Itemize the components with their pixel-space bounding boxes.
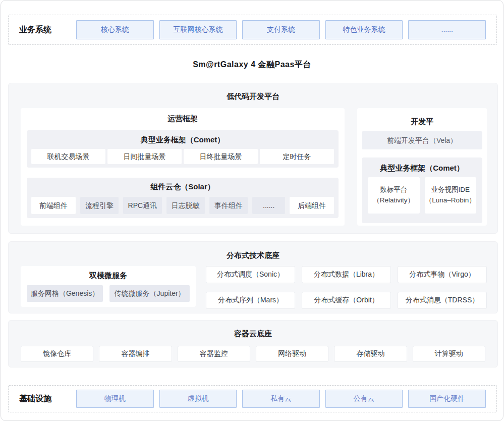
low-code-platform-section: 低代码开发平台 运营框架 典型业务框架（Comet） 联机交易场景 日间批量场景… (8, 83, 498, 234)
comet-title: 典型业务框架（Comet） (27, 130, 339, 145)
dev-comet-chip-row: 数标平台 （Relativity） 业务视图IDE （Luna–Robin） (362, 177, 482, 214)
comet-subpanel: 典型业务框架（Comet） 联机交易场景 日间批量场景 日终批量场景 定时任务 (27, 130, 339, 168)
image-registry-chip: 镜像仓库 (21, 346, 93, 362)
comet-chip-scheduled-task: 定时任务 (260, 149, 334, 164)
operation-framework-title: 运营框架 (21, 108, 345, 124)
architecture-diagram: 业务系统 核心系统 互联网核心系统 支付系统 特色业务系统 ...... Sm@… (1, 0, 503, 421)
genesis-chip: 服务网格（Genesis） (27, 285, 103, 302)
domestic-hardware-chip: 国产化硬件 (408, 390, 486, 408)
business-system-internet-core: 互联网核心系统 (159, 20, 237, 39)
relativity-chip-line1: 数标平台 (380, 185, 407, 195)
virgo-chip: 分布式事物（Virgo） (398, 266, 487, 283)
luna-robin-chip-line1: 业务视图IDE (431, 185, 470, 195)
operation-framework-panel: 运营框架 典型业务框架（Comet） 联机交易场景 日间批量场景 日终批量场景 … (21, 108, 345, 226)
distributed-base-section: 分布式技术底座 双模微服务 服务网格（Genesis） 传统微服务（Jupite… (8, 241, 498, 313)
business-systems-label: 业务系统 (19, 25, 62, 35)
solar-title: 组件云仓（Solar） (27, 178, 339, 192)
distributed-services-grid: 分布式调度（Sonic） 分布式数据（Libra） 分布式事物（Virgo） 分… (206, 266, 487, 309)
solar-chip-row: 前端组件 流程引擎 RPC通讯 日志脱敏 事件组件 ...... 后端组件 (27, 197, 339, 214)
dev-platform-title: 开发平 (357, 108, 487, 127)
comet-chip-online-trade: 联机交易场景 (31, 149, 105, 164)
container-base-section: 容器云底座 镜像仓库 容器编排 容器监控 网络驱动 存储驱动 计算驱动 (8, 320, 498, 367)
infrastructure-label: 基础设施 (19, 394, 62, 404)
network-driver-chip: 网络驱动 (256, 346, 328, 362)
luna-robin-chip: 业务视图IDE （Luna–Robin） (425, 177, 477, 214)
dev-comet-subpanel: 典型业务框架（Comet） 数标平台 （Relativity） 业务视图IDE … (362, 157, 482, 223)
luna-robin-chip-line2: （Luna–Robin） (425, 195, 476, 206)
business-system-more: ...... (408, 20, 486, 39)
solar-chip-process-engine: 流程引擎 (80, 197, 119, 214)
vela-chip: 前端开发平台（Vela） (362, 131, 482, 149)
relativity-chip-line2: （Relativity） (373, 195, 414, 206)
tdrss-chip: 分布式消息（TDRSS） (398, 292, 487, 309)
comet-chip-row: 联机交易场景 日间批量场景 日终批量场景 定时任务 (27, 149, 339, 164)
solar-chip-frontend-components: 前端组件 (31, 197, 76, 214)
mars-chip: 分布式序列（Mars） (206, 292, 295, 309)
private-cloud-chip: 私有云 (242, 390, 320, 408)
comet-chip-endofday-batch: 日终批量场景 (184, 149, 258, 164)
dev-comet-title: 典型业务框架（Comet） (362, 157, 482, 173)
jupiter-chip: 传统微服务（Jupiter） (109, 285, 190, 302)
container-orchestration-chip: 容器编排 (99, 346, 172, 362)
infrastructure-row: 基础设施 物理机 虚拟机 私有云 公有云 国产化硬件 (8, 385, 497, 412)
low-code-platform-title: 低代码开发平台 (9, 83, 497, 101)
dual-mode-chip-row: 服务网格（Genesis） 传统微服务（Jupiter） (21, 285, 196, 302)
solar-chip-log-masking: 日志脱敏 (166, 197, 205, 214)
compute-driver-chip: 计算驱动 (413, 346, 485, 362)
solar-subpanel: 组件云仓（Solar） 前端组件 流程引擎 RPC通讯 日志脱敏 事件组件 ..… (27, 178, 339, 218)
container-monitoring-chip: 容器监控 (178, 346, 250, 362)
libra-chip: 分布式数据（Libra） (302, 266, 391, 283)
solar-chip-event-components: 事件组件 (209, 197, 248, 214)
business-system-special: 特色业务系统 (325, 20, 403, 39)
solar-chip-more: ...... (252, 197, 285, 214)
solar-chip-rpc: RPC通讯 (123, 197, 161, 214)
dev-platform-panel: 开发平 前端开发平台（Vela） 典型业务框架（Comet） 数标平台 （Rel… (357, 108, 487, 226)
page-title: Sm@rtGalaxy 4 金融Paas平台 (1, 60, 503, 70)
orbit-chip: 分布式缓存（Orbit） (302, 292, 391, 309)
container-base-title: 容器云底座 (9, 321, 497, 339)
relativity-chip: 数标平台 （Relativity） (368, 177, 420, 214)
solar-chip-backend-components: 后端组件 (290, 197, 334, 214)
sonic-chip: 分布式调度（Sonic） (206, 266, 295, 283)
public-cloud-chip: 公有云 (325, 390, 403, 408)
business-system-core: 核心系统 (76, 20, 154, 39)
business-systems-row: 业务系统 核心系统 互联网核心系统 支付系统 特色业务系统 ...... (8, 15, 497, 45)
business-system-payment: 支付系统 (242, 20, 320, 39)
container-base-chip-row: 镜像仓库 容器编排 容器监控 网络驱动 存储驱动 计算驱动 (9, 346, 497, 362)
physical-machine-chip: 物理机 (76, 390, 154, 408)
virtual-machine-chip: 虚拟机 (159, 390, 237, 408)
comet-chip-daytime-batch: 日间批量场景 (107, 149, 182, 164)
dual-mode-panel: 双模微服务 服务网格（Genesis） 传统微服务（Jupiter） (21, 266, 196, 307)
distributed-base-title: 分布式技术底座 (9, 242, 497, 260)
storage-driver-chip: 存储驱动 (334, 346, 407, 362)
dual-mode-title: 双模微服务 (21, 266, 196, 281)
